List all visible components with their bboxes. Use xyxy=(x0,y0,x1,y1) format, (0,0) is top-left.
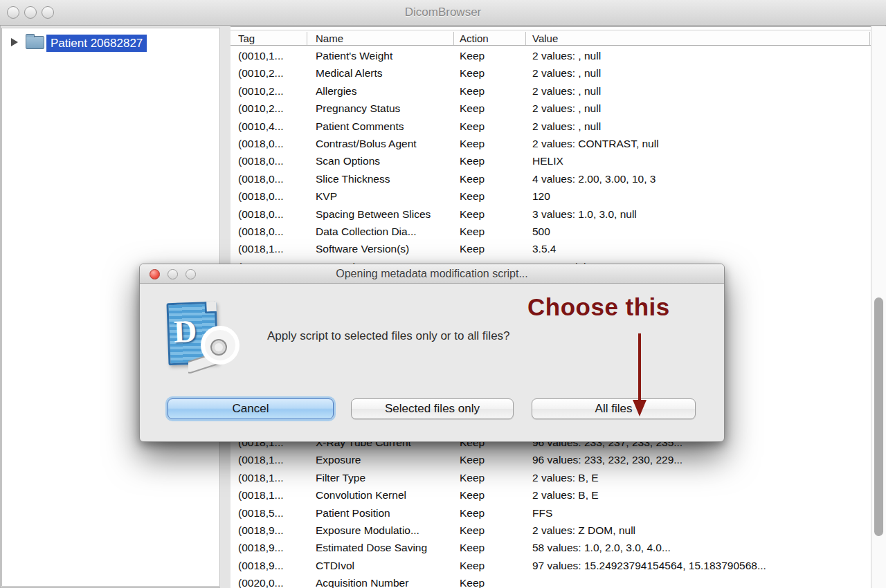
table-row[interactable]: (0018,9...CTDIvolKeep97 values: 15.24923… xyxy=(230,558,871,575)
table-row[interactable]: (0018,9...Estimated Dose SavingKeep58 va… xyxy=(230,540,871,557)
cell-value: 97 values: 15.24923794154564, 15.1837905… xyxy=(532,560,868,572)
table-row[interactable]: (0018,1...Software Version(s)Keep3.5.4 xyxy=(230,241,871,258)
patient-tree-label[interactable]: Patient 20682827 xyxy=(46,35,147,52)
cell-value: HELIX xyxy=(532,155,868,167)
cell-name: Exposure Modulatio... xyxy=(316,524,459,537)
cell-name: Patient's Weight xyxy=(316,50,459,62)
scrollbar-thumb[interactable] xyxy=(874,297,883,536)
cell-value: 4 values: 2.00, 3.00, 10, 3 xyxy=(532,173,868,185)
table-row[interactable]: (0018,0...Slice ThicknessKeep4 values: 2… xyxy=(230,171,871,188)
column-separator xyxy=(307,32,307,45)
cell-name: Filter Type xyxy=(316,472,459,484)
cancel-button[interactable]: Cancel xyxy=(168,398,334,419)
cell-name: Scan Options xyxy=(316,155,459,167)
cell-name: Data Collection Dia... xyxy=(316,226,459,238)
table-row[interactable]: (0010,2...AllergiesKeep2 values: , null xyxy=(230,83,871,100)
dialog-title: Opening metadata modification script... xyxy=(140,268,724,280)
cell-tag: (0018,1... xyxy=(238,454,305,466)
dicombrowser-app-icon: D xyxy=(161,301,244,380)
cell-tag: (0010,4... xyxy=(238,120,305,133)
cell-name: Convolution Kernel xyxy=(316,489,459,502)
cell-value: 500 xyxy=(532,226,868,238)
cell-action: Keep xyxy=(460,226,524,238)
table-rows-lower: (0018,1...X-Ray Tube CurrentKeep96 value… xyxy=(230,434,871,588)
cell-value: 2 values: , null xyxy=(532,102,868,115)
cell-tag: (0018,0... xyxy=(238,226,305,238)
table-row[interactable]: (0018,0...KVPKeep120 xyxy=(230,188,871,205)
cell-action: Keep xyxy=(460,507,524,520)
all-files-button[interactable]: All files xyxy=(532,398,696,419)
table-row[interactable]: (0010,4...Patient CommentsKeep2 values: … xyxy=(230,118,871,136)
cell-name: Estimated Dose Saving xyxy=(316,542,459,554)
cell-action: Keep xyxy=(460,454,524,466)
table-row[interactable]: (0018,0...Data Collection Dia...Keep500 xyxy=(230,223,871,241)
table-row[interactable]: (0018,1...ExposureKeep96 values: 233, 23… xyxy=(230,452,871,469)
cell-name: Software Version(s) xyxy=(316,243,459,255)
cell-value: 2 values: , null xyxy=(532,50,868,62)
cell-value: 2 values: CONTRAST, null xyxy=(532,138,868,150)
table-row[interactable]: (0010,1...Patient's WeightKeep2 values: … xyxy=(230,48,871,65)
cell-tag: (0018,9... xyxy=(238,524,305,537)
cell-tag: (0018,1... xyxy=(238,489,305,502)
table-row[interactable]: (0018,1...Convolution KernelKeep2 values… xyxy=(230,487,871,504)
table-row[interactable]: (0018,0...Scan OptionsKeepHELIX xyxy=(230,153,871,170)
ct-scanner-icon xyxy=(188,324,241,377)
cell-name: CTDIvol xyxy=(316,560,459,572)
cell-tag: (0018,1... xyxy=(238,243,305,255)
cell-action: Keep xyxy=(460,138,524,150)
cell-action: Keep xyxy=(460,489,524,502)
table-row[interactable]: (0018,9...Exposure Modulatio...Keep2 val… xyxy=(230,522,871,540)
cell-value: 2 values: , null xyxy=(532,67,868,80)
table-row[interactable]: (0010,2...Pregnancy StatusKeep2 values: … xyxy=(230,100,871,118)
cell-name: Patient Position xyxy=(316,507,459,520)
cell-tag: (0010,2... xyxy=(238,102,305,115)
disclosure-triangle-icon[interactable] xyxy=(11,38,18,46)
column-separator xyxy=(453,32,454,45)
annotation-arrow-icon xyxy=(624,332,655,419)
cell-value: 120 xyxy=(532,190,868,203)
cell-tag: (0018,5... xyxy=(238,507,305,520)
table-row[interactable]: (0018,1...Filter TypeKeep2 values: B, E xyxy=(230,470,871,487)
table-row[interactable]: (0020,0...Acquisition NumberKeep xyxy=(230,575,871,588)
cell-name: Patient Comments xyxy=(316,120,459,133)
cell-value: 96 values: 233, 232, 230, 229... xyxy=(532,454,868,466)
column-header-value[interactable]: Value xyxy=(532,33,558,44)
dialog-message: Apply script to selected files only or t… xyxy=(267,329,510,343)
cell-tag: (0010,1... xyxy=(238,50,305,62)
sidebar-item-patient[interactable]: Patient 20682827 xyxy=(2,33,219,52)
column-header-action[interactable]: Action xyxy=(460,33,489,44)
cell-value: 2 values: , null xyxy=(532,85,868,98)
cell-tag: (0010,2... xyxy=(238,85,305,98)
dialog-titlebar: Opening metadata modification script... xyxy=(140,264,724,284)
cell-action: Keep xyxy=(460,190,524,203)
cell-tag: (0018,9... xyxy=(238,560,305,572)
cell-value: 2 values: , null xyxy=(532,120,868,133)
table-row[interactable]: (0018,5...Patient PositionKeepFFS xyxy=(230,505,871,522)
cell-tag: (0018,0... xyxy=(238,190,305,203)
cell-tag: (0018,0... xyxy=(238,155,305,167)
column-header-name[interactable]: Name xyxy=(316,33,343,44)
cell-tag: (0018,9... xyxy=(238,542,305,554)
column-header-tag[interactable]: Tag xyxy=(238,33,255,44)
cell-tag: (0010,2... xyxy=(238,67,305,80)
table-row[interactable]: (0010,2...Medical AlertsKeep2 values: , … xyxy=(230,65,871,82)
vertical-scrollbar[interactable] xyxy=(871,26,886,588)
cell-action: Keep xyxy=(460,120,524,133)
cell-tag: (0018,0... xyxy=(238,208,305,221)
cell-action: Keep xyxy=(460,243,524,255)
cell-name: Allergies xyxy=(316,85,459,98)
cell-name: Medical Alerts xyxy=(316,67,459,80)
cell-value: 2 values: B, E xyxy=(532,489,868,502)
cell-action: Keep xyxy=(460,208,524,221)
cell-value: 3 values: 1.0, 3.0, null xyxy=(532,208,868,221)
column-separator xyxy=(869,32,870,45)
table-row[interactable]: (0018,0...Spacing Between SlicesKeep3 va… xyxy=(230,206,871,223)
cell-name: Acquisition Number xyxy=(316,577,459,588)
cell-name: Exposure xyxy=(316,454,459,466)
cell-action: Keep xyxy=(460,560,524,572)
table-row[interactable]: (0018,0...Contrast/Bolus AgentKeep2 valu… xyxy=(230,136,871,153)
cell-value: FFS xyxy=(532,507,868,520)
cell-name: Pregnancy Status xyxy=(316,102,459,115)
dicombrowser-window: DicomBrowser Patient 20682827 Tag Name A… xyxy=(0,0,886,588)
selected-files-only-button[interactable]: Selected files only xyxy=(351,398,514,419)
